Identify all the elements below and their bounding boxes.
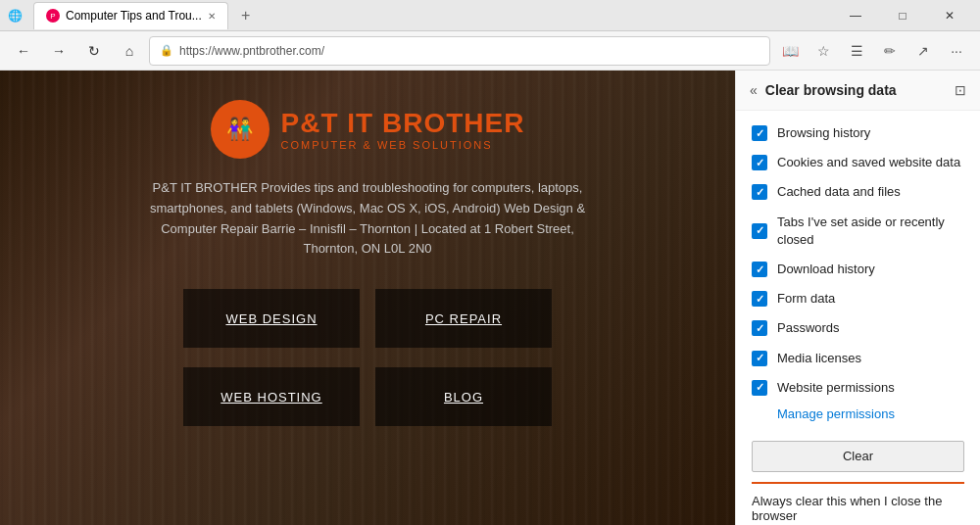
cb-cached-icon: ✓ — [752, 184, 767, 200]
cb-cookies-label: Cookies and saved website data — [777, 154, 960, 171]
home-button[interactable]: ⌂ — [114, 35, 145, 67]
cb-permissions-label: Website permissions — [777, 379, 895, 397]
checkbox-passwords[interactable]: ✓ Passwords — [736, 313, 980, 343]
logo-text: P&T IT BROTHER COMPUTER & WEB SOLUTIONS — [281, 108, 525, 151]
cb-cookies-icon: ✓ — [752, 155, 767, 170]
cb-passwords-icon: ✓ — [752, 320, 767, 336]
notes-button[interactable]: ✏ — [874, 35, 906, 67]
active-tab[interactable]: P Computer Tips and Trou... ✕ — [33, 2, 228, 29]
address-bar[interactable]: 🔒 https://www.pntbrother.com/ — [149, 36, 770, 66]
checkbox-form-data[interactable]: ✓ Form data — [736, 284, 980, 313]
checkbox-download-history[interactable]: ✓ Download history — [736, 255, 980, 284]
browser-frame: 🌐 P Computer Tips and Trou... ✕ + — □ ✕ … — [0, 0, 980, 525]
cb-passwords-label: Passwords — [777, 319, 840, 337]
more-button[interactable]: ··· — [941, 35, 972, 67]
checkbox-cached[interactable]: ✓ Cached data and files — [736, 177, 980, 207]
cb-media-icon: ✓ — [752, 351, 767, 366]
favorites-button[interactable]: ☆ — [808, 35, 839, 67]
site-content: 👫 P&T IT BROTHER COMPUTER & WEB SOLUTION… — [0, 71, 735, 455]
maximize-button[interactable]: □ — [880, 0, 925, 31]
cb-download-icon: ✓ — [752, 262, 767, 277]
logo-area: 👫 P&T IT BROTHER COMPUTER & WEB SOLUTION… — [211, 100, 525, 159]
tab-favicon: P — [46, 9, 60, 23]
cb-form-icon: ✓ — [752, 291, 767, 307]
always-clear-section: Always clear this when I close the brows… — [736, 484, 980, 525]
site-menu-row1: WEB DESIGN PC REPAIR — [183, 289, 552, 348]
minimize-button[interactable]: — — [833, 0, 878, 31]
clear-browsing-panel: « Clear browsing data ⊡ ✓ Browsing histo… — [735, 71, 980, 525]
tab-title: Computer Tips and Trou... — [66, 9, 202, 23]
checkbox-media-licenses[interactable]: ✓ Media licenses — [736, 344, 980, 373]
lock-icon: 🔒 — [160, 44, 173, 57]
window-icons: 🌐 — [8, 9, 22, 23]
always-clear-title: Always clear this when I close the brows… — [752, 494, 964, 523]
panel-header-left: « Clear browsing data — [750, 82, 897, 98]
cb-tabs-label: Tabs I've set aside or recently closed — [777, 214, 964, 249]
menu-pc-repair[interactable]: PC REPAIR — [375, 289, 552, 348]
panel-body: ✓ Browsing history ✓ Cookies and saved w… — [736, 111, 980, 525]
site-description: P&T IT BROTHER Provides tips and trouble… — [132, 178, 603, 260]
cb-browsing-icon: ✓ — [752, 125, 767, 141]
menu-web-design[interactable]: WEB DESIGN — [183, 289, 360, 348]
manage-permissions-link[interactable]: Manage permissions — [736, 403, 980, 431]
tab-bar: P Computer Tips and Trou... ✕ + — [33, 2, 825, 29]
logo-tagline: COMPUTER & WEB SOLUTIONS — [281, 139, 525, 151]
app-icon-1: 🌐 — [8, 9, 22, 23]
checkbox-website-permissions[interactable]: ✓ Website permissions — [736, 373, 980, 403]
cb-form-label: Form data — [777, 290, 835, 308]
checkbox-cookies[interactable]: ✓ Cookies and saved website data — [736, 148, 980, 177]
title-bar: 🌐 P Computer Tips and Trou... ✕ + — □ ✕ — [0, 0, 980, 31]
clear-button-area: Clear — [736, 431, 980, 482]
cb-cached-label: Cached data and files — [777, 183, 901, 201]
checkbox-tabs[interactable]: ✓ Tabs I've set aside or recently closed — [736, 208, 980, 255]
cb-tabs-icon: ✓ — [752, 223, 767, 239]
content-area: 👫 P&T IT BROTHER COMPUTER & WEB SOLUTION… — [0, 71, 980, 525]
close-button[interactable]: ✕ — [927, 0, 972, 31]
nav-right-buttons: 📖 ☆ ☰ ✏ ↗ ··· — [774, 35, 972, 67]
cb-browsing-label: Browsing history — [777, 124, 870, 142]
cb-permissions-icon: ✓ — [752, 380, 767, 396]
share-button[interactable]: ↗ — [907, 35, 939, 67]
checkbox-browsing-history[interactable]: ✓ Browsing history — [736, 119, 980, 148]
tab-close-button[interactable]: ✕ — [208, 11, 216, 22]
menu-blog[interactable]: BLOG — [375, 367, 552, 426]
hub-button[interactable]: ☰ — [841, 35, 872, 67]
cb-media-label: Media licenses — [777, 350, 861, 367]
nav-bar: ← → ↻ ⌂ 🔒 https://www.pntbrother.com/ 📖 … — [0, 31, 980, 71]
window-controls: — □ ✕ — [833, 0, 972, 31]
menu-web-hosting[interactable]: WEB HOSTING — [183, 367, 360, 426]
site-menu-row2: WEB HOSTING BLOG — [183, 367, 552, 426]
back-button[interactable]: ← — [8, 35, 39, 67]
refresh-button[interactable]: ↻ — [78, 35, 110, 67]
logo-icon: 👫 — [211, 100, 270, 159]
cb-download-label: Download history — [777, 261, 875, 278]
panel-back-button[interactable]: « — [750, 82, 758, 98]
forward-button[interactable]: → — [43, 35, 74, 67]
address-text: https://www.pntbrother.com/ — [179, 44, 760, 58]
webpage: 👫 P&T IT BROTHER COMPUTER & WEB SOLUTION… — [0, 71, 735, 525]
logo-brand: P&T IT BROTHER — [281, 108, 525, 139]
panel-header: « Clear browsing data ⊡ — [736, 71, 980, 111]
reading-list-button[interactable]: 📖 — [774, 35, 806, 67]
panel-pin-button[interactable]: ⊡ — [955, 82, 966, 98]
panel-title: Clear browsing data — [765, 82, 897, 98]
new-tab-button[interactable]: + — [232, 2, 260, 29]
clear-button[interactable]: Clear — [752, 441, 964, 472]
